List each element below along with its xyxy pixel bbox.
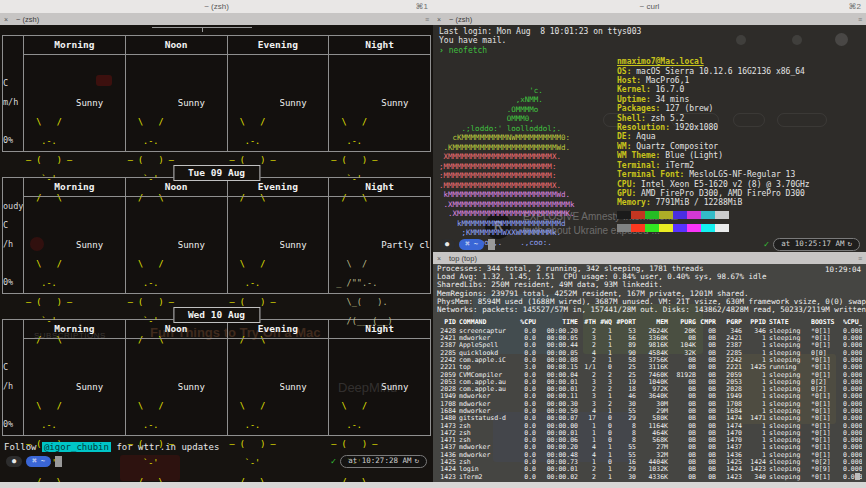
left-window-hotkey: ⌘1 xyxy=(416,2,428,11)
palette-swatch xyxy=(687,211,701,219)
wrapped-fragment xyxy=(3,339,23,358)
info-row: DE: Aqua xyxy=(617,132,860,141)
bottom-tab-bar: × top (top) ≡ xyxy=(433,252,866,264)
weather-icon: \ / .-. ― ( ) ― `-' / \ xyxy=(24,340,76,435)
wttr-footer: Follow @igor_chubin for wttr.in updates xyxy=(4,442,429,452)
wrapped-text-gutter: oudyC/h0% xyxy=(3,178,24,293)
status-app-pill[interactable]: ● xyxy=(439,239,455,250)
tab-close-icon[interactable]: × xyxy=(437,255,445,262)
wrapped-fragment: oudy xyxy=(3,197,23,216)
palette-swatch xyxy=(617,211,631,219)
weather-icon: \ / .-. ― ( ) ― `-' / \ xyxy=(228,340,280,435)
bottom-tab-label[interactable]: top (top) xyxy=(449,254,477,263)
left-terminal-screen[interactable]: SUBSCRIPTIONS Fun Things to Try On a Mac… xyxy=(0,25,433,482)
process-row: 1480gitstatusd-d0.000:00.0717029580K0B0B… xyxy=(437,415,862,422)
weather-icon: \ / .-. ― ( ) ― `-' / \ xyxy=(329,56,381,151)
date-box: Tue 09 Aug xyxy=(173,165,260,181)
weather-icon: \ / .-. ― ( ) ― `-' / \ xyxy=(228,198,280,293)
palette-swatch xyxy=(687,224,701,232)
palette-swatch xyxy=(673,211,687,219)
forecast-day: Wed 10 Aug C/h0% Morning xyxy=(2,308,431,436)
palette-swatch xyxy=(715,211,729,219)
right-window-titlebar[interactable]: ~ curl ⌘2 xyxy=(433,0,866,13)
top-output: 10:29:04 Processes: 344 total, 2 running… xyxy=(433,264,866,482)
refresh-icon: ↻ xyxy=(414,456,419,466)
weather-icon: \ / .-. ― ( ) ― `-' / \ xyxy=(126,198,178,293)
window-bottom-edge xyxy=(0,482,866,488)
wrapped-fragment: C xyxy=(3,216,23,235)
palette-swatch xyxy=(659,224,673,232)
tab-bar-menu-icon[interactable]: ≡ xyxy=(858,255,862,262)
left-terminal-window: ~ (zsh) ⌘1 × ~ (zsh) ≡ SUBSCRIPTIONS Fun… xyxy=(0,0,433,482)
right-top-status-bar: ● ⌘ ~ ✓ at 10:25:17 AM↻ xyxy=(433,237,866,251)
wrapped-fragment: C xyxy=(3,74,23,93)
status-clock[interactable]: at 10:25:17 AM↻ xyxy=(773,238,860,251)
column-header: Morning xyxy=(24,36,125,55)
condition-label: Sunny xyxy=(76,94,125,113)
status-app-pill[interactable]: ● xyxy=(6,456,22,467)
terminal-cursor xyxy=(855,473,860,480)
column-header: Evening xyxy=(228,36,329,55)
info-row: Terminal Font: MesloLGS-NF-Regular 13 xyxy=(617,170,860,179)
palette-swatch xyxy=(659,211,673,219)
twitter-handle: @igor_chubin xyxy=(42,442,111,452)
process-row: 1471zsh0.000:00.06108568K0B0B14701sleepi… xyxy=(437,437,862,444)
info-row: OS: macOS Sierra 10.12.6 16G2136 x86_64 xyxy=(617,67,860,76)
palette-swatch xyxy=(673,224,687,232)
info-row: WM: Quartz Compositor xyxy=(617,142,860,151)
condition-label: Sunny xyxy=(178,378,227,397)
top-summary-line: Networks: packets: 145527/57M in, 157441… xyxy=(437,306,862,314)
column-evening: Evening \ / .-. ― ( ) ― `-' / \ Sunny xyxy=(227,36,329,151)
column-header: Night xyxy=(329,320,430,339)
column-header: Morning xyxy=(24,178,125,197)
info-row: Kernel: 16.7.0 xyxy=(617,85,860,94)
process-table: PIDCOMMAND%CPUTIME#TH#WQ#PORTMEMPURGCMPR… xyxy=(437,318,862,481)
status-shell-pill[interactable]: ⌘ ~ xyxy=(459,239,484,250)
condition-label: Partly cl xyxy=(381,236,430,255)
tab-bar-menu-icon[interactable]: ≡ xyxy=(858,16,862,23)
top-clock: 10:29:04 xyxy=(825,265,861,274)
column-night: Night \ / .-. ― ( ) ― `-' / \ Sunny xyxy=(328,320,430,435)
column-evening: Evening \ / .-. ― ( ) ― `-' / \ Sunny xyxy=(227,320,329,435)
system-info: nmaximo7@Mac.local OS: macOS Sierra 10.1… xyxy=(617,57,860,247)
info-row: Packages: 127 (brew) xyxy=(617,104,860,113)
terminal-color-palette xyxy=(617,211,860,238)
condition-label: Sunny xyxy=(280,236,329,255)
left-window-titlebar[interactable]: ~ (zsh) ⌘1 xyxy=(0,0,433,13)
process-row: 1708mdworker0.000:00.30323030M0B0B17081s… xyxy=(437,401,862,408)
info-row: Resolution: 1920x1080 xyxy=(617,123,860,132)
column-header: Morning xyxy=(24,320,125,339)
weather-icon: \ / .-. ― ( ) ― `-' / \ xyxy=(228,56,280,151)
left-tab-label[interactable]: ~ (zsh) xyxy=(16,15,39,24)
right-window-hotkey: ⌘2 xyxy=(849,2,861,11)
neofetch-terminal-screen[interactable]: R EXPLOSIVE Amnesty International truth … xyxy=(433,25,866,252)
process-row: 1473zsh0.000:00.001081164K0B0B14741sleep… xyxy=(437,423,862,430)
palette-swatch xyxy=(645,211,659,219)
info-row: Host: MacPro6,1 xyxy=(617,76,860,85)
process-row: 2285quicklookd0.000:00.0541904584K32K0B2… xyxy=(437,350,862,357)
process-row: 2242com.apple.iC0.000:00.0821583756K0B0B… xyxy=(437,357,862,364)
tab-close-icon[interactable]: × xyxy=(4,16,12,23)
info-row: Uptime: 34 mins xyxy=(617,95,860,104)
right-tab-label[interactable]: ~ (zsh) xyxy=(449,15,472,24)
terminal-cursor xyxy=(55,456,62,467)
column-header: Night xyxy=(329,36,430,55)
column-evening: Evening \ / .-. ― ( ) ― `-' / \ Sunny xyxy=(227,178,329,293)
column-noon: Noon \ / .-. ― ( ) ― `-' / \ Sunny xyxy=(125,178,227,293)
wrapped-fragment: C xyxy=(3,358,23,377)
process-row: 1424login0.000:00.0121291032K0B0B1424142… xyxy=(437,466,862,473)
process-row: 1436mdworker0.000:00.48415532M0B0B14361s… xyxy=(437,452,862,459)
tab-bar-menu-icon[interactable]: ≡ xyxy=(425,16,429,23)
tab-close-icon[interactable]: × xyxy=(437,16,445,23)
weather-icon: \ / .-. ― ( ) ― `-' / \ xyxy=(126,56,178,151)
status-clock[interactable]: at 10:27:28 AM↻ xyxy=(340,455,427,468)
info-row: Memory: 7791MiB / 12288MiB xyxy=(617,198,860,207)
date-box-row: Wed 10 Aug xyxy=(2,308,431,319)
right-top-terminal-window: ~ curl ⌘2 × ~ (zsh) ≡ R EXPLOSIVE Amnest… xyxy=(433,0,866,252)
left-window-title: ~ (zsh) xyxy=(204,2,229,11)
left-tab-bar: × ~ (zsh) ≡ xyxy=(0,13,433,25)
status-shell-pill[interactable]: ⌘ ~ xyxy=(26,456,51,467)
info-row: CPU: Intel Xeon E5-1620 v2 (8) @ 3.70GHz xyxy=(617,180,860,189)
top-terminal-screen[interactable]: 10:29:04 Processes: 344 total, 2 running… xyxy=(433,264,866,482)
weather-icon: \ / .-. ― ( ) ― `-' / \ xyxy=(24,56,76,151)
